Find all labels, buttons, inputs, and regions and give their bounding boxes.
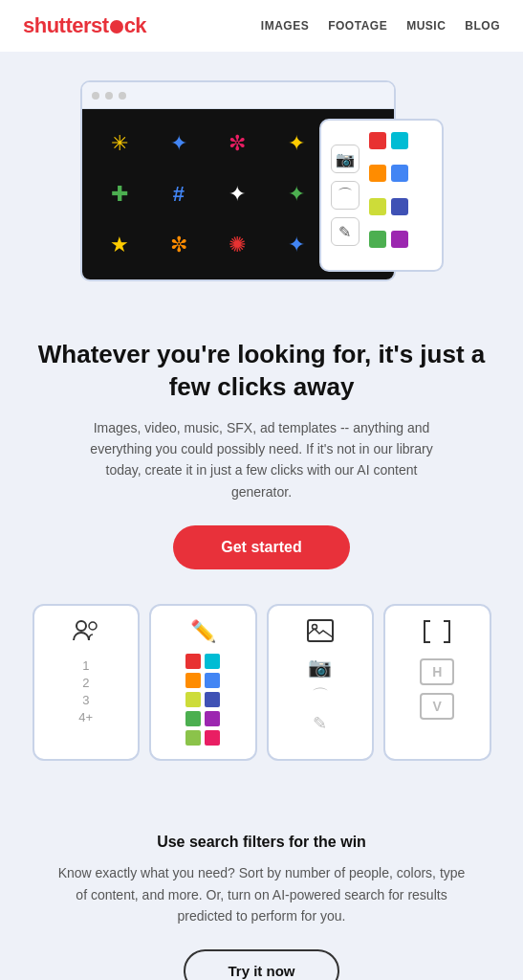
palette-panel: 📷 ⌒ ✎ [319,119,444,272]
nav-blog[interactable]: BLOG [465,19,500,33]
color-filter-swatches [185,654,220,746]
people-items: 1 2 3 4+ [78,658,93,724]
swatch-red[interactable] [369,132,386,149]
star-8: ✦ [229,182,246,207]
camera-tool-icon[interactable]: 📷 [331,145,360,173]
tool-column: 📷 ⌒ ✎ [331,132,360,258]
fc-swatch-pink [205,730,220,746]
people-4plus: 4+ [78,710,93,724]
browser-dot-1 [92,92,99,100]
camera-content-icon: 📷 [308,656,332,679]
fc-swatch-ltgreen [185,730,201,746]
pen-content-icon: ✎ [313,713,327,734]
hero-title: Whatever you're looking for, it's just a… [23,339,500,404]
nav-music[interactable]: MUSIC [406,19,446,33]
content-filter-card[interactable]: 📷 ⌒ ✎ [267,604,375,761]
bottom-text: Know exactly what you need? Sort by numb… [55,862,469,926]
swatch-yellow[interactable] [369,198,386,215]
star-13: ✺ [229,233,246,257]
star-14: ✦ [288,233,305,257]
star-4: ✦ [288,131,305,156]
layout-v-box: V [420,693,454,720]
hero-mockup: ✳ ✦ ✼ ✦ ⬡ ✚ # ✦ ✦ ✸ ★ ✼ ✺ ✦ ✦ 📷 ⌒ [80,80,444,310]
people-filter-card[interactable]: 1 2 3 4+ [33,604,141,761]
people-3: 3 [82,693,89,707]
star-11: ★ [110,233,129,257]
image-frame-icon [307,619,334,648]
logo: shutterstck [23,13,146,38]
pen-icon: ✏️ [190,619,216,644]
swatch-blue[interactable] [391,165,408,182]
fc-swatch-purple [205,711,220,726]
swatch-green[interactable] [369,231,386,248]
fc-swatch-red [185,654,201,669]
color-swatches [369,132,408,258]
star-2: ✦ [170,131,187,156]
fc-swatch-indigo [205,692,220,707]
fc-swatch-cyan [205,654,220,669]
star-9: ✦ [288,182,305,207]
people-icon [72,619,100,649]
main-content: ✳ ✦ ✼ ✦ ⬡ ✚ # ✦ ✦ ✸ ★ ✼ ✺ ✦ ✦ 📷 ⌒ [0,52,523,834]
logo-circle [110,20,123,33]
svg-point-3 [312,625,316,630]
fc-swatch-orange [185,673,201,688]
try-it-now-button[interactable]: Try it now [184,949,338,980]
star-3: ✼ [229,131,246,156]
swatch-orange[interactable] [369,165,386,182]
nav-footage[interactable]: FOOTAGE [328,19,387,33]
header: shutterstck IMAGES FOOTAGE MUSIC BLOG [0,0,523,52]
layout-filter-card[interactable]: H V [383,604,491,761]
layout-boxes: H V [420,658,454,720]
star-12: ✼ [170,233,187,257]
star-6: ✚ [111,182,128,207]
swatch-indigo[interactable] [391,198,408,215]
people-2: 2 [82,676,89,690]
fc-swatch-blue [205,673,220,688]
hero-subtitle: Images, video, music, SFX, ad templates … [80,417,444,503]
get-started-button[interactable]: Get started [173,525,349,569]
bottom-section: Use search filters for the win Know exac… [33,834,491,980]
star-7: # [173,182,185,207]
browser-dot-2 [105,92,113,100]
curve-content-icon: ⌒ [312,684,329,707]
svg-point-0 [76,621,86,631]
content-tools: 📷 ⌒ ✎ [308,656,332,734]
bottom-title: Use search filters for the win [55,834,469,851]
bracket-icon [423,619,451,651]
nav-images[interactable]: IMAGES [261,19,309,33]
people-1: 1 [82,658,89,673]
color-filter-card[interactable]: ✏️ [149,604,257,761]
fc-swatch-yellow [185,692,201,707]
pen-tool-icon[interactable]: ✎ [331,217,360,246]
swatch-cyan[interactable] [391,132,408,149]
curve-tool-icon[interactable]: ⌒ [331,181,360,210]
filter-cards: 1 2 3 4+ ✏️ [33,604,491,761]
browser-bar [82,82,394,109]
layout-h-box: H [420,658,454,685]
browser-dot-3 [119,92,126,100]
nav: IMAGES FOOTAGE MUSIC BLOG [261,19,500,33]
swatch-purple[interactable] [391,231,408,248]
star-1: ✳ [111,131,128,156]
svg-point-1 [89,622,97,630]
fc-swatch-green [185,711,201,726]
